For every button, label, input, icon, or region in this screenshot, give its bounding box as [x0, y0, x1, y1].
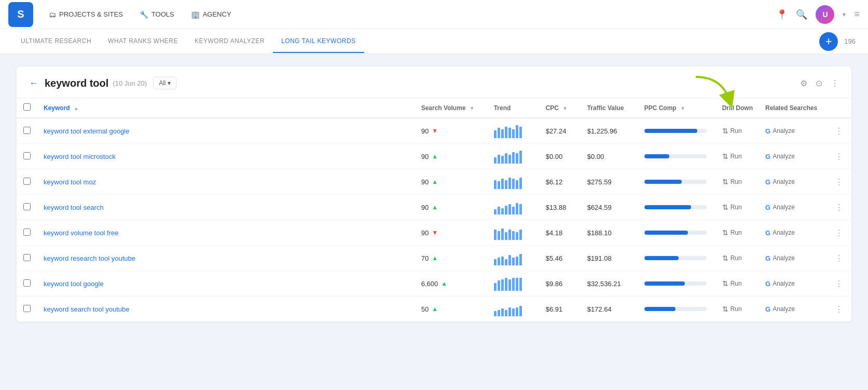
- settings-icon[interactable]: ⊙: [816, 78, 822, 88]
- run-icon: ⇅: [722, 203, 728, 211]
- nav-item-tools[interactable]: 🔧TOOLS: [132, 7, 182, 22]
- keyword-link[interactable]: keyword tool moz: [44, 178, 96, 186]
- tab-long-tail-keywords[interactable]: LONG TAIL KEYWORDS: [273, 30, 364, 53]
- related-searches-cell: GAnalyze: [759, 271, 826, 297]
- ppc-bar-fill: [644, 307, 676, 311]
- row-checkbox-6[interactable]: [23, 279, 31, 287]
- run-button[interactable]: ⇅Run: [722, 178, 742, 186]
- th-search-volume[interactable]: Search Volume ▼: [415, 98, 488, 118]
- keyword-link[interactable]: keyword volume tool free: [44, 229, 119, 237]
- menu-icon[interactable]: ≡: [854, 9, 860, 20]
- select-all-checkbox[interactable]: [23, 103, 31, 111]
- analyze-button[interactable]: GAnalyze: [765, 127, 795, 135]
- more-cell: ⋮: [826, 220, 851, 246]
- keyword-link[interactable]: keyword tool search: [44, 204, 104, 211]
- more-button[interactable]: ⋮: [833, 278, 845, 290]
- run-icon: ⇅: [722, 152, 728, 160]
- run-button[interactable]: ⇅Run: [722, 254, 742, 262]
- avatar[interactable]: U: [816, 5, 834, 24]
- trend-bar: [512, 258, 515, 265]
- trend-bar: [505, 259, 507, 266]
- keyword-link[interactable]: keyword tool google: [44, 280, 104, 288]
- add-button[interactable]: +: [819, 32, 838, 51]
- columns-icon[interactable]: ⚙: [800, 78, 807, 88]
- run-icon: ⇅: [722, 127, 728, 135]
- run-button[interactable]: ⇅Run: [722, 305, 742, 313]
- trend-bar: [508, 279, 511, 291]
- tab-what-ranks-where[interactable]: WHAT RANKS WHERE: [100, 30, 186, 53]
- nav-item-projects-&-sites[interactable]: 🗂PROJECTS & SITES: [42, 7, 130, 22]
- th-keyword[interactable]: Keyword ▲: [37, 98, 415, 118]
- run-icon: ⇅: [722, 305, 728, 313]
- tab-ultimate-research[interactable]: ULTIMATE RESEARCH: [12, 30, 100, 53]
- analyze-button[interactable]: GAnalyze: [765, 153, 795, 160]
- search-icon[interactable]: 🔍: [796, 9, 807, 20]
- trend-cell: [488, 169, 540, 195]
- volume-value: 50: [421, 305, 429, 313]
- analyze-button[interactable]: GAnalyze: [765, 178, 795, 186]
- run-label: Run: [731, 204, 742, 211]
- run-button[interactable]: ⇅Run: [722, 203, 742, 211]
- row-checkbox-2[interactable]: [23, 178, 31, 185]
- run-button[interactable]: ⇅Run: [722, 152, 742, 160]
- row-checkbox-7[interactable]: [23, 305, 31, 312]
- analyze-button[interactable]: GAnalyze: [765, 229, 795, 237]
- trend-chart: [494, 149, 533, 164]
- filter-label: All: [159, 79, 166, 87]
- filter-all-button[interactable]: All ▾: [153, 77, 176, 89]
- tab-keyword-analyzer[interactable]: KEYWORD ANALYZER: [186, 30, 273, 53]
- analyze-button[interactable]: GAnalyze: [765, 254, 795, 262]
- back-button[interactable]: ←: [29, 78, 38, 89]
- trend-bar: [501, 208, 504, 215]
- tv-value: $624.59: [587, 204, 612, 211]
- run-button[interactable]: ⇅Run: [722, 127, 742, 135]
- more-button[interactable]: ⋮: [833, 176, 845, 188]
- run-button[interactable]: ⇅Run: [722, 279, 742, 288]
- more-options-icon[interactable]: ⋮: [831, 78, 839, 88]
- row-checkbox-0[interactable]: [23, 127, 31, 134]
- main-content: ← keyword tool (10 Jun 20) All ▾: [0, 54, 868, 390]
- row-checkbox-5[interactable]: [23, 254, 31, 261]
- volume-cell: 50▲: [415, 297, 488, 322]
- more-button[interactable]: ⋮: [833, 151, 845, 163]
- analyze-label: Analyze: [773, 280, 795, 287]
- trend-bar: [498, 181, 500, 189]
- keyword-link[interactable]: keyword search tool youtube: [44, 305, 129, 313]
- run-button[interactable]: ⇅Run: [722, 228, 742, 237]
- trend-bar: [516, 232, 518, 240]
- drill-down-cell: ⇅Run: [716, 271, 759, 297]
- drill-down-cell: ⇅Run: [716, 246, 759, 271]
- keyword-link[interactable]: keyword tool microstock: [44, 153, 116, 160]
- related-searches-cell: GAnalyze: [759, 297, 826, 322]
- trend-bar: [519, 178, 522, 190]
- row-checkbox-4[interactable]: [23, 228, 31, 236]
- tv-value: $191.08: [587, 254, 612, 262]
- more-button[interactable]: ⋮: [833, 303, 845, 315]
- row-checkbox-cell: [17, 220, 37, 246]
- more-button[interactable]: ⋮: [833, 201, 845, 213]
- drill-down-cell: ⇅Run: [716, 220, 759, 246]
- more-cell: ⋮: [826, 118, 851, 144]
- nav-label: AGENCY: [203, 10, 231, 18]
- analyze-button[interactable]: GAnalyze: [765, 305, 795, 313]
- nav-item-agency[interactable]: 🏢AGENCY: [184, 7, 239, 22]
- analyze-button[interactable]: GAnalyze: [765, 280, 795, 288]
- row-checkbox-1[interactable]: [23, 152, 31, 159]
- analyze-button[interactable]: GAnalyze: [765, 204, 795, 211]
- google-icon: G: [765, 280, 770, 288]
- more-button[interactable]: ⋮: [833, 125, 845, 137]
- more-button[interactable]: ⋮: [833, 252, 845, 264]
- row-checkbox-3[interactable]: [23, 203, 31, 210]
- drill-down-cell: ⇅Run: [716, 297, 759, 322]
- more-cell: ⋮: [826, 297, 851, 322]
- location-icon[interactable]: 📍: [776, 9, 788, 20]
- more-button[interactable]: ⋮: [833, 227, 845, 239]
- keyword-link[interactable]: keyword tool external google: [44, 127, 130, 135]
- chevron-down-icon[interactable]: ▾: [843, 11, 846, 18]
- nav-label: PROJECTS & SITES: [59, 10, 123, 18]
- trend-bar: [516, 257, 518, 266]
- keyword-link[interactable]: keyword research tool youtube: [44, 254, 135, 262]
- ppc-bar-wrap: [644, 180, 707, 184]
- google-icon: G: [765, 229, 770, 237]
- th-cpc[interactable]: CPC ▼: [540, 98, 581, 118]
